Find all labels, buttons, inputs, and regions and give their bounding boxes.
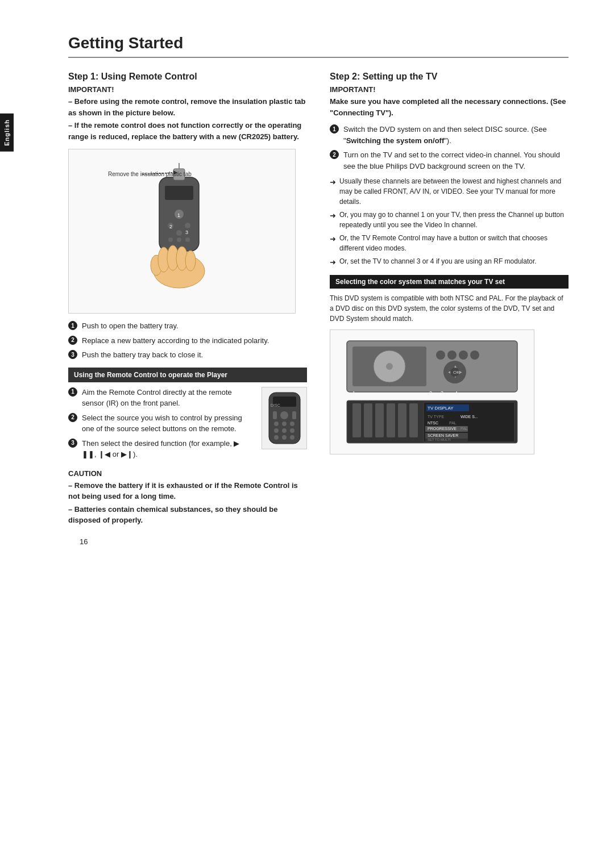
- operate-steps-area: 1 Aim the Remote Control directly at the…: [68, 387, 307, 464]
- operate-step-num-1: 1: [68, 387, 77, 397]
- svg-point-45: [470, 350, 479, 360]
- operate-highlight-box: Using the Remote Control to operate the …: [68, 368, 307, 382]
- svg-text:1: 1: [352, 390, 355, 396]
- svg-point-36: [290, 435, 294, 440]
- remote-illustration: 2 1 3 Remove the insulation plastic tab: [68, 149, 296, 314]
- svg-text:3: 3: [441, 390, 443, 396]
- svg-text:2: 2: [169, 224, 172, 229]
- battery-steps-list: 1 Push to open the battery tray. 2 Repla…: [68, 320, 307, 361]
- arrow-sym-1: ➜: [330, 177, 336, 188]
- svg-text:TV TYPE: TV TYPE: [428, 415, 444, 419]
- svg-point-34: [274, 435, 279, 440]
- step1-important-line2: – If the remote control does not functio…: [68, 120, 307, 142]
- operate-step-1: 1 Aim the Remote Control directly at the…: [68, 387, 255, 409]
- operate-step-num-3: 3: [68, 439, 77, 448]
- small-remote-svg: DISC: [266, 390, 303, 446]
- battery-step-2: 2 Replace a new battery according to the…: [68, 335, 307, 347]
- step-num-1: 1: [68, 321, 77, 330]
- svg-point-44: [459, 350, 468, 360]
- language-tab: English: [0, 114, 14, 152]
- arrow-item-1: ➜ Usually these channels are between the…: [330, 176, 569, 207]
- operate-steps-text: 1 Aim the Remote Control directly at the…: [68, 387, 255, 464]
- step2-numbered-list: 1 Switch the DVD system on and then sele…: [330, 124, 569, 172]
- step2-heading: Step 2: Setting up the TV: [330, 72, 569, 82]
- svg-text:TV DISPLAY: TV DISPLAY: [428, 406, 454, 411]
- step2-num-1: 1: [330, 124, 339, 133]
- operate-step-3: 3 Then select the desired function (for …: [68, 438, 255, 460]
- step1-column: Step 1: Using Remote Control IMPORTANT! …: [68, 72, 307, 546]
- svg-text:PAL: PAL: [460, 427, 468, 431]
- page-container: English Getting Started Step 1: Using Re…: [0, 0, 614, 868]
- step1-important-label: IMPORTANT!: [68, 85, 307, 94]
- step2-item-1: 1 Switch the DVD system on and then sele…: [330, 124, 569, 146]
- tv-dvd-svg: ▲ ▼ ◀ ▶ OK 1 2 3 4: [335, 335, 529, 449]
- svg-text:NTSC: NTSC: [428, 421, 438, 425]
- step2-item-2: 2 Turn on the TV and set to the correct …: [330, 149, 569, 172]
- caution-label: CAUTION: [68, 469, 307, 478]
- svg-point-42: [436, 350, 445, 360]
- svg-rect-60: [375, 403, 384, 437]
- svg-point-6: [185, 223, 190, 228]
- svg-point-30: [290, 422, 294, 426]
- svg-rect-61: [387, 403, 395, 437]
- step2-item-2-text: Turn on the TV and set to the correct vi…: [343, 149, 569, 172]
- battery-step-3-text: Push the battery tray back to close it.: [82, 349, 203, 361]
- arrow-items-list: ➜ Usually these channels are between the…: [330, 176, 569, 268]
- svg-point-8: [168, 237, 173, 242]
- arrow-item-3-text: Or, the TV Remote Control may have a but…: [339, 233, 569, 253]
- page-number: 16: [80, 537, 307, 546]
- svg-text:DISC: DISC: [271, 403, 280, 407]
- arrow-item-2: ➜ Or, you may go to channel 1 on your TV…: [330, 210, 569, 230]
- svg-text:WIDE S...: WIDE S...: [460, 415, 478, 419]
- svg-point-29: [282, 422, 287, 426]
- battery-step-1-text: Push to open the battery tray.: [82, 320, 179, 332]
- arrow-sym-4: ➜: [330, 257, 336, 268]
- svg-text:4: 4: [455, 390, 458, 396]
- svg-rect-26: [273, 411, 277, 419]
- caution-block: CAUTION – Remove the battery if it is ex…: [68, 469, 307, 526]
- caution-line1: – Remove the battery if it is exhausted …: [68, 480, 307, 502]
- arrow-item-4-text: Or, set the TV to channel 3 or 4 if you …: [339, 256, 537, 266]
- step2-important-block: IMPORTANT! Make sure you have completed …: [330, 85, 569, 118]
- operate-step-3-text: Then select the desired function (for ex…: [82, 438, 255, 460]
- select-box-text: This DVD system is compatible with both …: [330, 293, 569, 324]
- battery-step-2-text: Replace a new battery according to the i…: [82, 335, 269, 347]
- svg-text:2: 2: [429, 390, 432, 396]
- operate-step-1-text: Aim the Remote Control directly at the r…: [82, 387, 255, 409]
- svg-point-28: [274, 422, 279, 426]
- arrow-item-3: ➜ Or, the TV Remote Control may have a b…: [330, 233, 569, 253]
- svg-rect-3: [165, 186, 193, 200]
- arrow-sym-3: ➜: [330, 233, 336, 245]
- two-column-layout: Step 1: Using Remote Control IMPORTANT! …: [68, 72, 569, 546]
- step2-important-label: IMPORTANT!: [330, 85, 569, 94]
- step1-important-block: IMPORTANT! – Before using the remote con…: [68, 85, 307, 142]
- step2-column: Step 2: Setting up the TV IMPORTANT! Mak…: [330, 72, 569, 546]
- svg-point-9: [177, 237, 181, 242]
- svg-point-41: [386, 363, 393, 370]
- step-num-2: 2: [68, 336, 77, 345]
- arrow-item-1-text: Usually these channels are between the l…: [339, 176, 569, 207]
- operate-step-2-text: Select the source you wish to control by…: [82, 412, 255, 435]
- arrow-item-4: ➜ Or, set the TV to channel 3 or 4 if yo…: [330, 256, 569, 268]
- operate-step-num-2: 2: [68, 413, 77, 422]
- page-title: Getting Started: [68, 34, 569, 58]
- arrow-item-2-text: Or, you may go to channel 1 on your TV, …: [339, 210, 569, 230]
- svg-point-31: [274, 428, 279, 433]
- svg-point-43: [447, 350, 457, 360]
- tv-dvd-illustration: ▲ ▼ ◀ ▶ OK 1 2 3 4: [330, 329, 534, 454]
- svg-point-7: [176, 230, 182, 236]
- svg-rect-58: [352, 403, 361, 437]
- svg-text:SET TO MULTI: SET TO MULTI: [428, 438, 451, 441]
- svg-text:3: 3: [185, 229, 188, 235]
- battery-step-1: 1 Push to open the battery tray.: [68, 320, 307, 332]
- svg-text:Remove the insulation plastic : Remove the insulation plastic tab: [108, 171, 192, 177]
- svg-point-25: [280, 411, 288, 419]
- battery-step-3: 3 Push the battery tray back to close it…: [68, 349, 307, 361]
- operate-step-2: 2 Select the source you wish to control …: [68, 412, 255, 435]
- arrow-sym-2: ➜: [330, 210, 336, 222]
- remote-svg: 2 1 3 Remove the insulation plastic tab: [91, 160, 273, 302]
- svg-rect-27: [292, 411, 296, 419]
- step2-item-1-text: Switch the DVD system on and then select…: [343, 124, 569, 146]
- svg-rect-59: [364, 403, 372, 437]
- caution-line2: – Batteries contain chemical substances,…: [68, 504, 307, 526]
